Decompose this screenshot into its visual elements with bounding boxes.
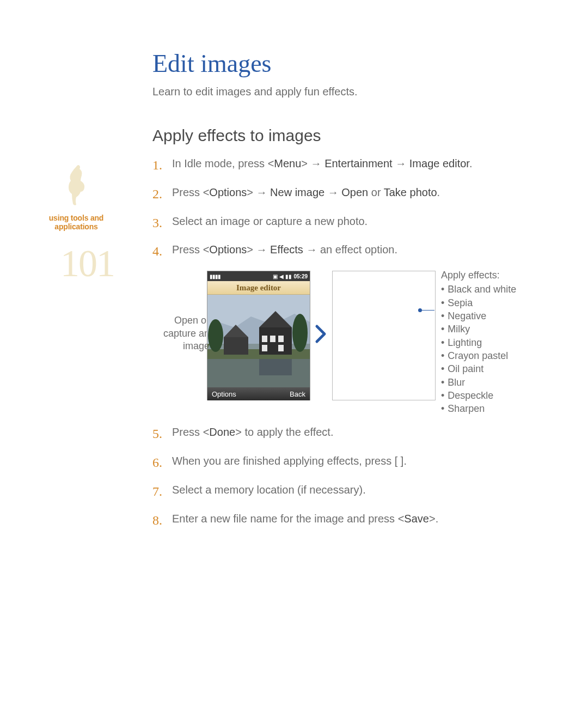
step-text: Select a memory location (if necessary). — [172, 482, 550, 498]
intro-text: Learn to edit images and apply fun effec… — [152, 86, 550, 98]
svg-point-12 — [208, 319, 223, 352]
step-number: 1. — [152, 156, 172, 175]
step-text: When you are finished applying effects, … — [172, 453, 550, 469]
svg-rect-8 — [262, 345, 267, 351]
step-text: Press <Done> to apply the effect. — [172, 424, 550, 440]
step-7: 7. Select a memory location (if necessar… — [152, 482, 550, 501]
phone-softkeys: Options Back — [207, 387, 310, 400]
step-number: 7. — [152, 482, 172, 501]
step-number: 5. — [152, 424, 172, 443]
svg-rect-6 — [270, 336, 275, 342]
section-subtitle: Apply effects to images — [152, 126, 550, 145]
step-6: 6. When you are finished applying effect… — [152, 453, 550, 472]
step-5: 5. Press <Done> to apply the effect. — [152, 424, 550, 443]
effects-list: Black and white Sepia Negative Milky Lig… — [441, 283, 516, 415]
section-label: using tools and applications — [38, 214, 114, 231]
content: Edit images Learn to edit images and app… — [152, 49, 550, 530]
step-text: Enter a new file name for the image and … — [172, 511, 550, 527]
page-title: Edit images — [152, 49, 550, 78]
steps-list: 1. In Idle mode, press <Menu> → Entertai… — [152, 156, 550, 261]
step-2: 2. Press <Options> → New image → Open or… — [152, 185, 550, 204]
effects-panel: Apply effects: Black and white Sepia Neg… — [441, 269, 516, 415]
effect-item: Sharpen — [441, 402, 516, 415]
softkey-options: Options — [212, 390, 236, 398]
svg-rect-9 — [278, 345, 284, 351]
svg-rect-10 — [224, 337, 248, 355]
effect-item: Crayon pastel — [441, 349, 516, 362]
phone-screenshot-1: ▮▮▮▮ ▣ ◀ ▮▮ 05:29 Image editor — [207, 271, 310, 400]
softkey-back: Back — [290, 390, 305, 398]
effect-item: Sepia — [441, 296, 516, 309]
step-text: Press <Options> → Effects → an effect op… — [172, 242, 550, 258]
effect-item: Black and white — [441, 283, 516, 296]
effect-item: Oil paint — [441, 362, 516, 375]
phone-screenshot-2-blank — [332, 271, 436, 400]
step-number: 6. — [152, 453, 172, 472]
step-number: 8. — [152, 511, 172, 530]
arrow-right-icon — [315, 324, 327, 346]
signal-icon: ▮▮▮▮ — [210, 273, 220, 279]
effects-header: Apply effects: — [441, 269, 516, 282]
steps-list-cont: 5. Press <Done> to apply the effect. 6. … — [152, 424, 550, 530]
mute-icon: ◀ — [279, 273, 284, 279]
svg-rect-7 — [278, 336, 284, 342]
page-number: 101 — [38, 242, 114, 285]
phone-statusbar: ▮▮▮▮ ▣ ◀ ▮▮ 05:29 — [207, 271, 310, 281]
phone-titlebar: Image editor — [207, 281, 310, 295]
step-text: In Idle mode, press <Menu> → Entertainme… — [172, 156, 550, 172]
effect-item: Negative — [441, 309, 516, 322]
svg-rect-15 — [259, 359, 292, 375]
step-text: Select an image or capture a new photo. — [172, 214, 550, 229]
sidebar-silhouette-icon — [38, 163, 114, 209]
step-1: 1. In Idle mode, press <Menu> → Entertai… — [152, 156, 550, 175]
step-8: 8. Enter a new file name for the image a… — [152, 511, 550, 530]
phone-image-preview — [207, 295, 310, 387]
figure-row: Open or capture an image ▮▮▮▮ ▣ ◀ ▮▮ 05:… — [152, 271, 550, 412]
phone-clock: 05:29 — [293, 273, 308, 279]
step-number: 4. — [152, 242, 172, 261]
step-4: 4. Press <Options> → Effects → an effect… — [152, 242, 550, 261]
battery-icon: ▮▮ — [285, 273, 292, 279]
sidebar: using tools and applications 101 — [38, 163, 114, 285]
step-text: Press <Options> → New image → Open or Ta… — [172, 185, 550, 200]
status-icon: ▣ — [273, 273, 278, 279]
effect-item: Lighting — [441, 336, 516, 349]
step-3: 3. Select an image or capture a new phot… — [152, 214, 550, 233]
svg-point-13 — [292, 314, 308, 352]
step-number: 3. — [152, 214, 172, 233]
effect-item: Blur — [441, 376, 516, 389]
svg-rect-14 — [207, 359, 310, 387]
effect-item: Milky — [441, 322, 516, 336]
callout-line — [420, 310, 434, 311]
caption-open-capture: Open or capture an image — [144, 314, 210, 352]
step-number: 2. — [152, 185, 172, 204]
manual-page: using tools and applications 101 Edit im… — [0, 0, 588, 712]
svg-rect-5 — [262, 336, 267, 342]
effect-item: Despeckle — [441, 389, 516, 402]
